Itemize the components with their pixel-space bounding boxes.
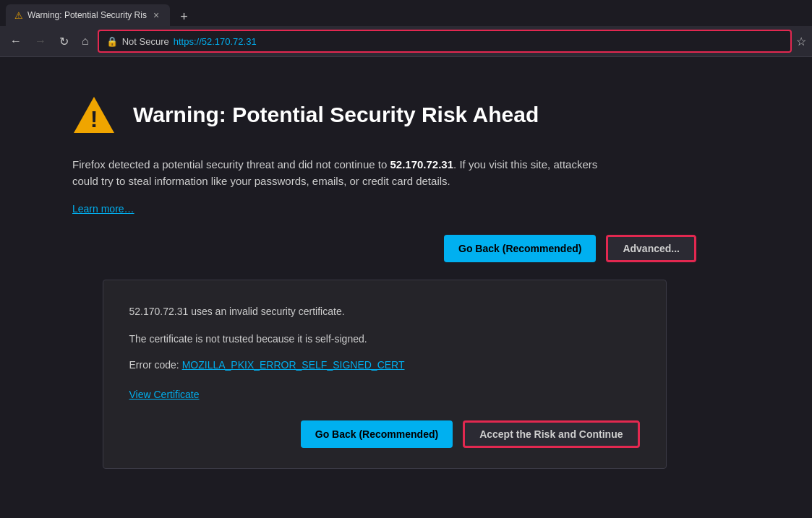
learn-more-link[interactable]: Learn more… <box>72 203 134 215</box>
home-button[interactable]: ⌂ <box>77 32 93 51</box>
active-tab[interactable]: ⚠ Warning: Potential Security Ris × <box>6 4 170 26</box>
panel-actions: Go Back (Recommended) Accept the Risk an… <box>129 420 640 448</box>
warning-triangle-icon: ! <box>72 93 116 137</box>
back-button[interactable]: ← <box>6 32 26 51</box>
panel-go-back-button[interactable]: Go Back (Recommended) <box>301 420 453 448</box>
error-code-line: Error code: MOZILLA_PKIX_ERROR_SELF_SIGN… <box>129 359 640 371</box>
warning-desc-bold: 52.170.72.31 <box>390 158 453 170</box>
advanced-button[interactable]: Advanced... <box>606 235 696 262</box>
not-secure-label: Not Secure <box>122 36 169 47</box>
tab-bar: ⚠ Warning: Potential Security Ris × + <box>0 0 812 26</box>
accept-risk-button[interactable]: Accept the Risk and Continue <box>463 420 639 448</box>
tab-warning-icon: ⚠ <box>14 10 23 21</box>
error-code-link[interactable]: MOZILLA_PKIX_ERROR_SELF_SIGNED_CERT <box>182 359 405 371</box>
go-back-button[interactable]: Go Back (Recommended) <box>444 235 596 262</box>
warning-header: ! Warning: Potential Security Risk Ahead <box>72 93 696 137</box>
warning-desc-plain: Firefox detected a potential security th… <box>72 158 390 170</box>
tab-close-button[interactable]: × <box>151 9 161 22</box>
address-bar[interactable]: 🔒 Not Secure https://52.170.72.31 <box>98 30 792 53</box>
forward-button[interactable]: → <box>30 32 51 51</box>
warning-title: Warning: Potential Security Risk Ahead <box>133 103 539 127</box>
refresh-button[interactable]: ↻ <box>55 32 73 51</box>
page-content: ! Warning: Potential Security Risk Ahead… <box>0 57 812 518</box>
error-code-prefix: Error code: <box>129 359 182 371</box>
new-tab-button[interactable]: + <box>176 8 192 26</box>
action-buttons: Go Back (Recommended) Advanced... <box>72 235 696 262</box>
tab-title: Warning: Potential Security Ris <box>27 10 147 20</box>
lock-icon: 🔒 <box>106 36 118 47</box>
address-url: https://52.170.72.31 <box>174 36 257 47</box>
view-certificate-link[interactable]: View Certificate <box>129 389 200 400</box>
browser-chrome: ⚠ Warning: Potential Security Ris × + ← … <box>0 0 812 57</box>
bookmark-button[interactable]: ☆ <box>796 35 806 48</box>
panel-line1: 52.170.72.31 uses an invalid security ce… <box>129 303 640 319</box>
panel-line2: The certificate is not trusted because i… <box>129 331 640 347</box>
nav-bar: ← → ↻ ⌂ 🔒 Not Secure https://52.170.72.3… <box>0 26 812 56</box>
svg-text:!: ! <box>90 106 98 132</box>
advanced-panel: 52.170.72.31 uses an invalid security ce… <box>103 280 667 469</box>
warning-description: Firefox detected a potential security th… <box>72 157 622 189</box>
